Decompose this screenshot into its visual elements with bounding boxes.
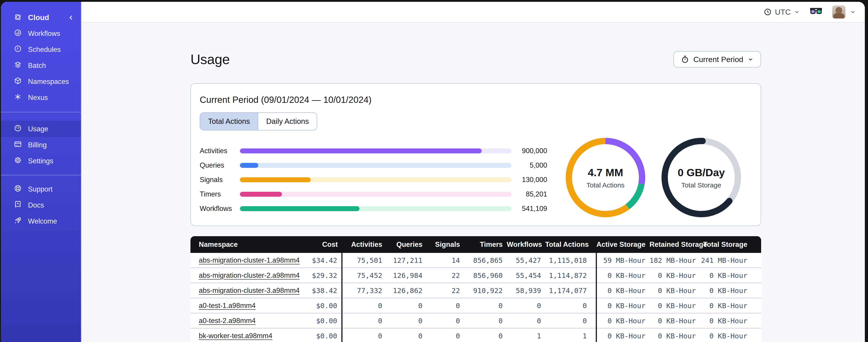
clock-icon (764, 8, 772, 16)
cell-queries: 0 (386, 328, 427, 342)
tab-daily-actions[interactable]: Daily Actions (258, 113, 317, 130)
donut-center: 0 GB/Day Total Storage (660, 137, 742, 218)
cell-activities: 77,332 (342, 283, 386, 298)
sidebar-nav-footer: Support Docs (1, 181, 81, 229)
namespace-link[interactable]: bk-worker-test.a98mm4 (199, 332, 273, 340)
bar-track (240, 148, 512, 153)
cell-signals: 22 (427, 283, 464, 298)
bar-value: 85,201 (512, 190, 547, 198)
cell-signals: 0 (427, 298, 464, 313)
sidebar-item-docs[interactable]: Docs (1, 197, 81, 213)
cell-signals: 0 (427, 328, 464, 342)
cell-total-storage: 0 KB-Hour (700, 328, 761, 342)
bar-label: Workflows (200, 205, 240, 213)
sidebar-logo-row: Cloud (1, 9, 81, 26)
sidebar-item-welcome[interactable]: Welcome (1, 213, 81, 229)
bar-track (240, 177, 512, 182)
sidebar-item-nexus[interactable]: Nexus (1, 90, 81, 106)
billing-icon (13, 140, 22, 150)
cell-cost: $38.42 (306, 283, 342, 298)
sidebar-divider (1, 175, 81, 175)
avatar[interactable] (832, 5, 845, 19)
cell-signals: 14 (427, 253, 464, 268)
batch-icon (13, 61, 22, 71)
sidebar: Cloud Workflows (1, 2, 81, 342)
donut-caption: Total Storage (681, 181, 721, 189)
namespace-usage-table: Namespace Cost Activities Queries Signal… (190, 236, 761, 342)
column-header-queries: Queries (386, 236, 427, 253)
bar-row-signals: Signals 130,000 (200, 173, 547, 187)
glasses-icon (810, 7, 822, 16)
bar-fill (240, 148, 482, 153)
cell-timers: 0 (464, 328, 507, 342)
cell-total-actions: 0 (545, 313, 596, 328)
cell-cost: $0.00 (306, 298, 342, 313)
cell-total-actions: 1,115,018 (545, 253, 596, 268)
cell-active-storage: 0 KB-Hour (596, 313, 650, 328)
sidebar-collapse-button[interactable] (67, 14, 75, 22)
cell-total-storage: 0 KB-Hour (700, 298, 761, 313)
cell-total-actions: 1 (545, 328, 596, 342)
sidebar-item-namespaces[interactable]: Namespaces (1, 73, 81, 90)
cell-timers: 0 (464, 298, 507, 313)
period-selector-label: Current Period (693, 55, 743, 64)
bar-label: Activities (200, 147, 240, 155)
column-header-timers: Timers (464, 236, 507, 253)
bar-row-timers: Timers 85,201 (200, 187, 547, 201)
column-header-activities: Activities (342, 236, 386, 253)
cell-activities: 75,501 (342, 253, 386, 268)
cell-retained-storage: 0 KB-Hour (650, 283, 700, 298)
cell-cost: $34.42 (306, 253, 342, 268)
sidebar-item-schedules[interactable]: Schedules (1, 41, 81, 58)
donut-value: 4.7 MM (588, 166, 623, 179)
cell-total-storage: 0 KB-Hour (700, 283, 761, 298)
sidebar-nav-main: Workflows Schedules Batch (1, 26, 81, 106)
table-body: abs-migration-cluster-1.a98mm4 $34.42 75… (190, 253, 761, 342)
sidebar-item-support[interactable]: Support (1, 181, 81, 197)
table-row: abs-migration-cluster-1.a98mm4 $34.42 75… (190, 253, 761, 268)
column-header-total-storage: Total Storage (700, 236, 761, 253)
cell-activities: 0 (342, 328, 386, 342)
docs-icon (13, 200, 22, 210)
column-header-retained-storage: Retained Storage (650, 236, 700, 253)
cell-retained-storage: 0 KB-Hour (650, 298, 700, 313)
cell-cost: $0.00 (306, 328, 342, 342)
user-menu[interactable] (832, 5, 856, 19)
sidebar-item-billing[interactable]: Billing (1, 137, 81, 153)
workflows-icon (13, 28, 22, 39)
page-title: Usage (190, 51, 230, 68)
bar-row-queries: Queries 5,000 (200, 158, 547, 173)
sidebar-item-usage[interactable]: Usage (1, 121, 81, 137)
namespace-link[interactable]: abs-migration-cluster-1.a98mm4 (199, 256, 300, 264)
cell-total-storage: 0 KB-Hour (700, 268, 761, 283)
chevron-down-icon (794, 9, 800, 15)
page-header: Usage Current Period (190, 51, 761, 68)
stopwatch-icon (681, 55, 689, 64)
column-header-signals: Signals (427, 236, 464, 253)
cell-workflows: 55,427 (507, 253, 545, 268)
period-selector-button[interactable]: Current Period (673, 51, 761, 68)
sidebar-item-settings[interactable]: Settings (1, 153, 81, 169)
bar-fill (240, 177, 311, 182)
cell-active-storage: 0 KB-Hour (596, 298, 650, 313)
cell-total-actions: 0 (545, 298, 596, 313)
usage-icon (13, 124, 22, 134)
cell-active-storage: 59 MB-Hour (596, 253, 650, 268)
sidebar-item-workflows[interactable]: Workflows (1, 26, 81, 41)
table-row: abs-migration-cluster-3.a98mm4 $38.42 77… (190, 283, 761, 298)
timezone-selector[interactable]: UTC (764, 8, 800, 16)
sidebar-item-batch[interactable]: Batch (1, 58, 81, 73)
bar-value: 130,000 (512, 176, 547, 184)
cell-queries: 0 (386, 313, 427, 328)
bar-label: Signals (200, 176, 240, 184)
donut-charts: 4.7 MM Total Actions 0 GB/Day Total Stor… (565, 137, 742, 218)
namespace-link[interactable]: a0-test-2.a98mm4 (199, 317, 256, 324)
namespace-link[interactable]: abs-migration-cluster-2.a98mm4 (199, 271, 300, 279)
app-title: Cloud (28, 13, 49, 22)
tab-total-actions[interactable]: Total Actions (200, 113, 258, 130)
sidebar-item-label: Billing (28, 141, 47, 149)
namespace-link[interactable]: a0-test-1.a98mm4 (199, 302, 256, 309)
labs-toggle-button[interactable] (810, 7, 822, 16)
cell-active-storage: 0 KB-Hour (596, 268, 650, 283)
namespace-link[interactable]: abs-migration-cluster-3.a98mm4 (199, 286, 300, 295)
